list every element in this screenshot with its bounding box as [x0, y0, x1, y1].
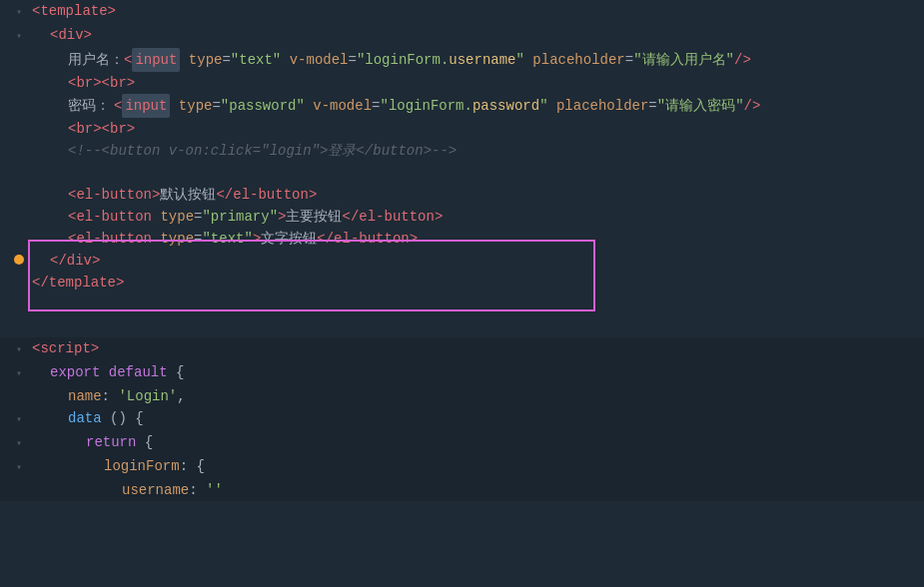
line-15: name: 'Login', [0, 385, 924, 407]
line-18: ▾ loginForm: { [0, 455, 924, 479]
code-4: <br><br> [32, 72, 924, 94]
line-17: ▾ return { [0, 431, 924, 455]
line-7: <!--<button v-on:click="login">登录</butto… [0, 140, 924, 162]
code-9: <el-button type="primary">主要按钮</el-butto… [32, 206, 924, 228]
token-loginform-key: loginForm [104, 455, 180, 477]
line-1: ▾ <template> [0, 0, 924, 24]
token-tag: <template> [32, 0, 116, 22]
line-5: 密码：<input type="password" v-model="login… [0, 94, 924, 118]
token-input2: input [122, 94, 170, 118]
code-17: return { [32, 431, 924, 453]
line-3: 用户名：<input type="text" v-model="loginFor… [0, 48, 924, 72]
line-8: <el-button>默认按钮</el-button> [0, 184, 924, 206]
code-editor: ▾ <template> ▾ <div> 用户名：<input type="te… [0, 0, 924, 587]
code-2: <div> [32, 24, 924, 46]
token-username-empty: '' [206, 479, 223, 501]
line-12: </template> [0, 272, 924, 294]
token-name-value: 'Login' [118, 385, 177, 407]
line-empty-2 [0, 294, 924, 315]
code-1: <template> [32, 0, 924, 22]
token-name-key: name [68, 385, 102, 407]
orange-dot-icon [14, 255, 24, 265]
token-data-func: data [68, 407, 102, 429]
code-19: username: '' [32, 479, 924, 501]
token-script-open: <script> [32, 337, 99, 359]
token-export: export default [50, 361, 168, 383]
code-12: </template> [32, 272, 924, 294]
token-div-close: </div> [50, 250, 100, 272]
gutter-1: ▾ [10, 2, 28, 24]
code-16: data () { [32, 407, 924, 429]
line-2: ▾ <div> [0, 24, 924, 48]
token-template-close: </template> [32, 272, 124, 294]
code-15: name: 'Login', [32, 385, 924, 407]
code-18: loginForm: { [32, 455, 924, 477]
line-16: ▾ data () { [0, 407, 924, 431]
line-10: <el-button type="text">文字按钮</el-button> [0, 228, 924, 250]
gutter-16: ▾ [10, 409, 28, 431]
token-input1: input [132, 48, 180, 72]
code-7: <!--<button v-on:click="login">登录</butto… [32, 140, 924, 162]
code-11: </div> [32, 250, 924, 272]
token-username-key: username [122, 479, 189, 501]
gutter-14: ▾ [10, 363, 28, 385]
token-return: return [86, 431, 136, 453]
token-username-label: 用户名： [68, 49, 124, 71]
line-13: ▾ <script> [0, 337, 924, 361]
code-6: <br><br> [32, 118, 924, 140]
gutter-2: ▾ [10, 26, 28, 48]
line-6: <br><br> [0, 118, 924, 140]
code-3: 用户名：<input type="text" v-model="loginFor… [32, 48, 924, 72]
line-11: </div> [0, 250, 924, 272]
token-el-button1: el-button [76, 184, 152, 206]
code-8: <el-button>默认按钮</el-button> [32, 184, 924, 206]
gutter-13: ▾ [10, 339, 28, 361]
line-empty-3 [0, 315, 924, 337]
gutter-11 [10, 255, 28, 265]
code-5: 密码：<input type="password" v-model="login… [32, 94, 924, 118]
token-el-button2: el-button [76, 206, 152, 228]
line-4: <br><br> [0, 72, 924, 94]
code-13: <script> [32, 337, 924, 359]
code-14: export default { [32, 361, 924, 383]
line-19: username: '' [0, 479, 924, 501]
line-empty-1 [0, 162, 924, 184]
line-14: ▾ export default { [0, 361, 924, 385]
gutter-17: ▾ [10, 433, 28, 455]
token-comment: <!--<button v-on:click="login">登录</butto… [68, 140, 457, 162]
code-10: <el-button type="text">文字按钮</el-button> [32, 228, 924, 250]
token-div-open: <div> [50, 24, 92, 46]
token-el-button3: el-button [76, 228, 152, 250]
gutter-18: ▾ [10, 457, 28, 479]
line-9: <el-button type="primary">主要按钮</el-butto… [0, 206, 924, 228]
